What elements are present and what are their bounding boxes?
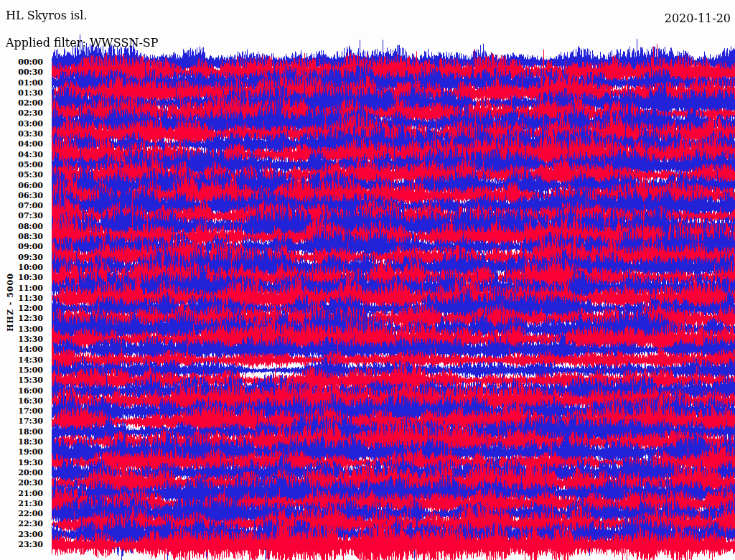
time-label: 07:30 <box>18 211 43 221</box>
time-label: 15:30 <box>18 375 43 386</box>
time-label: 09:00 <box>18 242 43 252</box>
time-label: 12:30 <box>18 314 43 324</box>
time-label: 14:30 <box>18 355 43 365</box>
time-label: 15:00 <box>18 365 43 375</box>
time-label: 13:00 <box>18 325 43 335</box>
time-label: 21:00 <box>18 489 43 499</box>
time-label: 23:30 <box>18 540 43 550</box>
time-label: 10:30 <box>18 273 43 283</box>
time-label: 13:30 <box>18 335 43 345</box>
time-label: 14:00 <box>18 345 43 355</box>
time-label: 02:00 <box>18 98 43 108</box>
time-label: 06:30 <box>18 191 43 201</box>
time-label: 19:00 <box>18 447 43 457</box>
time-label: 10:00 <box>18 263 43 273</box>
time-label: 08:30 <box>18 232 43 242</box>
helicorder-page: HL Skyros isl. Applied filter: WWSSN-SP … <box>0 0 735 560</box>
time-label: 02:30 <box>18 108 43 118</box>
time-label: 01:00 <box>18 78 43 88</box>
time-label: 03:00 <box>18 119 43 129</box>
time-label: 20:00 <box>18 468 43 478</box>
time-label: 22:00 <box>18 509 43 519</box>
time-label: 07:00 <box>18 201 43 211</box>
time-label: 00:30 <box>18 67 43 78</box>
date-label: 2020-11-20 <box>665 11 731 25</box>
seismogram-trace-canvas <box>52 0 735 560</box>
time-label: 23:00 <box>18 530 43 540</box>
time-label: 20:30 <box>18 478 43 488</box>
time-label: 19:30 <box>18 458 43 468</box>
channel-scale-axis-label: HHZ - 5000 <box>6 273 15 332</box>
applied-filter-label: Applied filter: WWSSN-SP <box>6 36 159 50</box>
time-label: 21:30 <box>18 499 43 509</box>
station-title: HL Skyros isl. <box>6 9 87 22</box>
time-label: 01:30 <box>18 88 43 98</box>
time-label: 11:00 <box>18 284 43 294</box>
time-label: 05:30 <box>18 170 43 180</box>
time-label: 18:30 <box>18 437 43 447</box>
time-label: 06:00 <box>18 181 43 191</box>
time-label: 11:30 <box>18 294 43 304</box>
time-label: 04:00 <box>18 139 43 149</box>
time-label: 09:30 <box>18 253 43 263</box>
time-label: 00:00 <box>18 57 43 67</box>
time-label: 16:30 <box>18 396 43 406</box>
time-label: 16:00 <box>18 386 43 396</box>
time-label: 05:00 <box>18 160 43 170</box>
time-label: 17:30 <box>18 416 43 426</box>
time-label: 08:00 <box>18 222 43 232</box>
time-label: 03:30 <box>18 129 43 139</box>
time-label: 17:00 <box>18 406 43 416</box>
time-label: 22:30 <box>18 519 43 529</box>
time-label: 12:00 <box>18 304 43 314</box>
time-label: 04:30 <box>18 150 43 160</box>
time-label: 18:00 <box>18 427 43 437</box>
